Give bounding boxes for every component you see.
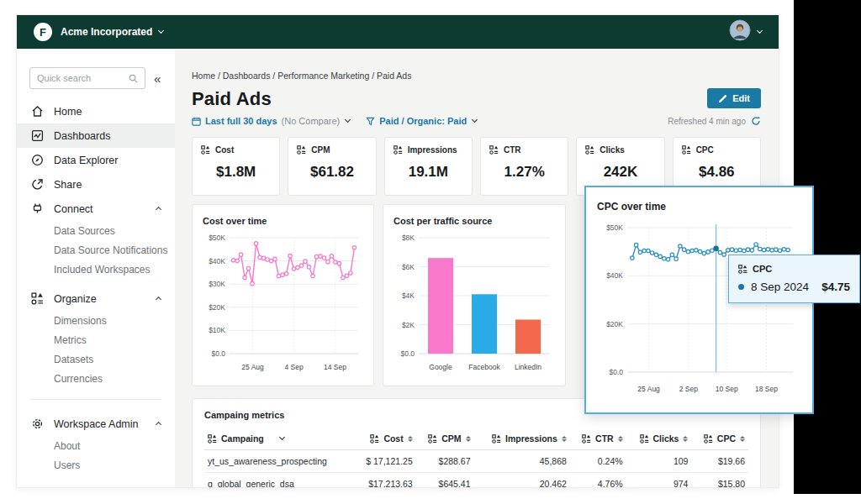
kpi-card-ctr[interactable]: CTR 1.27% — [480, 137, 568, 196]
sidebar-item-share[interactable]: Share — [17, 172, 175, 197]
kpi-label: CTR — [504, 145, 521, 155]
sidebar-item-dimensions[interactable]: Dimensions — [17, 311, 175, 330]
svg-text:$30K: $30K — [209, 280, 225, 288]
refreshed-status: Refreshed 4 min ago — [668, 117, 746, 126]
kpi-card-cost[interactable]: Cost $1.8M — [192, 137, 280, 196]
calendar-icon — [192, 117, 201, 126]
svg-text:$50K: $50K — [209, 234, 225, 242]
svg-text:18 Sep: 18 Sep — [755, 385, 778, 393]
chevron-up-icon — [156, 207, 161, 213]
company-switcher[interactable]: Acme Incorporated — [61, 26, 152, 38]
svg-text:$50K: $50K — [606, 223, 623, 232]
svg-text:$20K: $20K — [209, 303, 225, 312]
sidebar-item-data-sources[interactable]: Data Sources — [17, 221, 175, 240]
column-header-clicks[interactable]: Clicks — [626, 428, 692, 450]
kpi-label: Cost — [215, 145, 234, 155]
table-row: yt_us_awareness_prospecting$ 17,121.25$2… — [204, 450, 748, 473]
sidebar-item-label: Share — [54, 179, 82, 191]
svg-text:$10K: $10K — [209, 326, 225, 334]
sidebar-item-data-source-notifications[interactable]: Data Source Notifications — [17, 240, 175, 260]
sidebar-item-metrics[interactable]: Metrics — [17, 330, 175, 349]
tooltip-date: 8 Sep 2024 — [751, 281, 809, 293]
user-avatar[interactable] — [729, 19, 751, 45]
table-cell: 4.76% — [570, 473, 626, 488]
metric-icon — [640, 434, 649, 444]
sort-icon[interactable] — [618, 436, 623, 442]
svg-text:$4K: $4K — [402, 291, 415, 300]
table-cell: 974 — [626, 473, 692, 488]
series-dot-icon — [738, 284, 744, 290]
svg-text:Facebook: Facebook — [468, 363, 500, 371]
svg-text:$0.0: $0.0 — [400, 349, 415, 358]
table-cell: $15.80 — [691, 473, 748, 488]
sort-icon[interactable] — [408, 436, 413, 442]
company-logo-icon: F — [34, 23, 52, 41]
sidebar-item-included-workspaces[interactable]: Included Workspaces — [17, 260, 175, 279]
search-input[interactable]: Quick search — [29, 67, 145, 89]
metric-icon — [704, 434, 713, 444]
table-cell: $17,213.63 — [353, 473, 416, 488]
collapse-sidebar-icon[interactable]: « — [154, 71, 159, 86]
sort-icon[interactable] — [740, 436, 745, 442]
chevron-up-icon — [156, 297, 161, 302]
kpi-card-cpm[interactable]: CPM $61.82 — [288, 137, 376, 196]
filter-bar: Last full 30 days (No Compare) Paid / Or… — [192, 116, 761, 126]
cpc-over-time-chart[interactable]: $50K$40K$20K$0.025 Aug2 Sep10 Sep18 Sep — [597, 219, 801, 397]
svg-text:$0.0: $0.0 — [211, 349, 225, 358]
metric-icon — [208, 434, 217, 444]
column-header-cpm[interactable]: CPM — [416, 428, 474, 450]
svg-text:$8K: $8K — [402, 234, 415, 242]
sidebar-item-users[interactable]: Users — [17, 455, 175, 475]
svg-text:14 Sep: 14 Sep — [324, 363, 346, 371]
column-header-impressions[interactable]: Impressions — [474, 428, 570, 450]
column-header-cpc[interactable]: CPC — [691, 428, 748, 450]
refresh-icon[interactable] — [751, 116, 761, 126]
kpi-card-impressions[interactable]: Impressions 19.1M — [384, 137, 473, 196]
sort-icon[interactable] — [683, 436, 688, 442]
metric-icon — [201, 145, 210, 155]
sidebar-item-data-explorer[interactable]: Data Explorer — [17, 148, 175, 172]
sidebar-item-dashboards[interactable]: Dashboards — [17, 123, 175, 148]
breadcrumb[interactable]: Home / Dashboards / Performance Marketin… — [192, 71, 761, 81]
sidebar-item-label: Data Explorer — [54, 155, 118, 166]
sidebar-item-connect[interactable]: Connect — [17, 197, 175, 221]
column-header-cost[interactable]: Cost — [353, 428, 416, 450]
user-menu-chevron-icon[interactable] — [757, 27, 763, 33]
svg-text:$40K: $40K — [606, 271, 623, 280]
tooltip-value: $4.75 — [821, 281, 850, 293]
tooltip-metric: CPC — [753, 264, 772, 274]
metric-icon — [394, 145, 403, 155]
chevron-down-icon[interactable] — [158, 27, 164, 33]
edit-button-label: Edit — [732, 93, 750, 103]
sidebar-divider — [30, 399, 161, 400]
svg-text:10 Sep: 10 Sep — [716, 385, 738, 393]
cost-per-traffic-source-chart[interactable]: $8K$6K$4K$2K$0.0GoogleFacebookLinkedIn — [394, 231, 557, 375]
sort-icon[interactable] — [562, 436, 567, 442]
chevron-down-icon[interactable] — [472, 116, 478, 122]
chevron-up-icon — [156, 422, 161, 428]
chevron-down-icon[interactable] — [345, 116, 351, 122]
svg-text:$20K: $20K — [606, 320, 623, 328]
sidebar-item-label: Connect — [54, 203, 93, 215]
chevron-down-icon[interactable] — [279, 433, 285, 439]
kpi-value: $1.8M — [201, 164, 271, 181]
sidebar-item-label: Home — [54, 106, 82, 118]
segment-filter[interactable]: Paid / Organic: Paid — [379, 116, 467, 126]
sidebar-item-currencies[interactable]: Currencies — [17, 369, 175, 388]
column-header-campaing[interactable]: Campaing — [204, 428, 353, 450]
column-header-ctr[interactable]: CTR — [570, 428, 626, 450]
sidebar-item-organize[interactable]: Organize — [17, 286, 175, 311]
sidebar-item-datasets[interactable]: Datasets — [17, 349, 175, 369]
sidebar-item-workspace-admin[interactable]: Workspace Admin — [17, 412, 175, 436]
sidebar-item-home[interactable]: Home — [17, 99, 175, 123]
sidebar-item-about[interactable]: About — [17, 436, 175, 455]
sidebar-item-label: Organize — [54, 293, 97, 305]
edit-button[interactable]: Edit — [707, 88, 761, 108]
date-range-filter[interactable]: Last full 30 days — [205, 116, 277, 126]
cost-over-time-chart[interactable]: $50K$40K$30K$20K$10K$0.025 Aug4 Sep14 Se… — [203, 231, 365, 375]
metric-icon — [585, 145, 594, 155]
metric-icon — [682, 145, 691, 155]
pencil-icon — [718, 94, 727, 103]
sort-icon[interactable] — [466, 436, 471, 442]
top-bar: F Acme Incorporated — [17, 15, 779, 49]
